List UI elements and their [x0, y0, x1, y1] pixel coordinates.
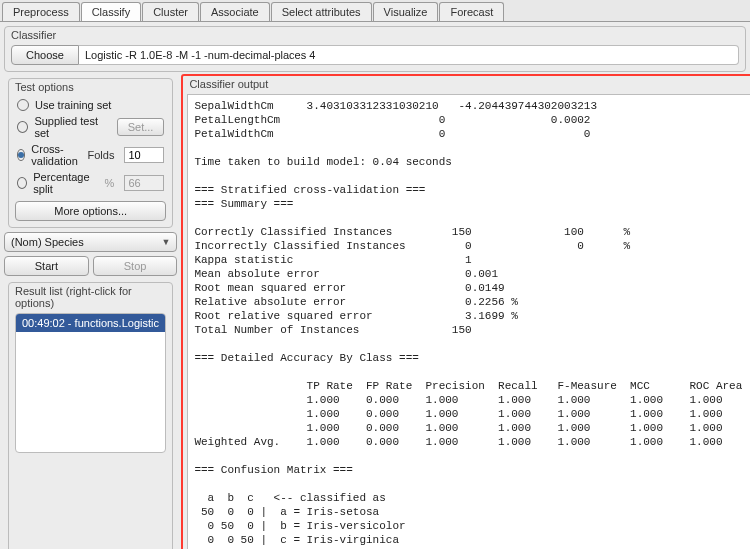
set-test-button[interactable]: Set...: [117, 118, 165, 136]
test-options-section: Test options Use training set Supplied t…: [8, 78, 173, 228]
classifier-string[interactable]: Logistic -R 1.0E-8 -M -1 -num-decimal-pl…: [79, 45, 739, 65]
tab-forecast[interactable]: Forecast: [439, 2, 504, 21]
label-supplied-test: Supplied test set: [34, 115, 110, 139]
result-list-section: Result list (right-click for options) 00…: [8, 282, 173, 549]
radio-cross-validation[interactable]: [17, 149, 25, 161]
choose-button[interactable]: Choose: [11, 45, 79, 65]
stop-button[interactable]: Stop: [93, 256, 178, 276]
tab-classify[interactable]: Classify: [81, 2, 142, 21]
pct-input[interactable]: [124, 175, 164, 191]
label-use-training: Use training set: [35, 99, 111, 111]
classifier-section-title: Classifier: [5, 27, 745, 41]
radio-use-training[interactable]: [17, 99, 29, 111]
class-attribute-combo[interactable]: (Nom) Species ▼: [4, 232, 177, 252]
classifier-section: Classifier Choose Logistic -R 1.0E-8 -M …: [4, 26, 746, 72]
tab-associate[interactable]: Associate: [200, 2, 270, 21]
label-cross-validation: Cross-validation: [31, 143, 81, 167]
classifier-output-panel: Classifier output SepalWidthCm 3.4031033…: [181, 74, 750, 549]
folds-input[interactable]: [124, 147, 164, 163]
result-list-title: Result list (right-click for options): [9, 283, 172, 309]
more-options-button[interactable]: More options...: [15, 201, 166, 221]
tab-select-attributes[interactable]: Select attributes: [271, 2, 372, 21]
folds-label: Folds: [87, 149, 114, 161]
test-options-title: Test options: [9, 79, 172, 93]
tab-preprocess[interactable]: Preprocess: [2, 2, 80, 21]
main-tabs: PreprocessClassifyClusterAssociateSelect…: [0, 0, 750, 22]
label-percentage-split: Percentage split: [33, 171, 98, 195]
chevron-down-icon: ▼: [161, 237, 170, 247]
result-list-item[interactable]: 00:49:02 - functions.Logistic: [16, 314, 165, 332]
start-button[interactable]: Start: [4, 256, 89, 276]
tab-cluster[interactable]: Cluster: [142, 2, 199, 21]
class-attribute-value: (Nom) Species: [11, 236, 84, 248]
tab-visualize[interactable]: Visualize: [373, 2, 439, 21]
pct-label: %: [105, 177, 115, 189]
radio-supplied-test[interactable]: [17, 121, 28, 133]
classifier-output-title: Classifier output: [183, 76, 750, 92]
radio-percentage-split[interactable]: [17, 177, 27, 189]
result-list[interactable]: 00:49:02 - functions.Logistic: [15, 313, 166, 453]
classifier-output-text[interactable]: SepalWidthCm 3.403103312331030210 -4.204…: [187, 94, 750, 549]
